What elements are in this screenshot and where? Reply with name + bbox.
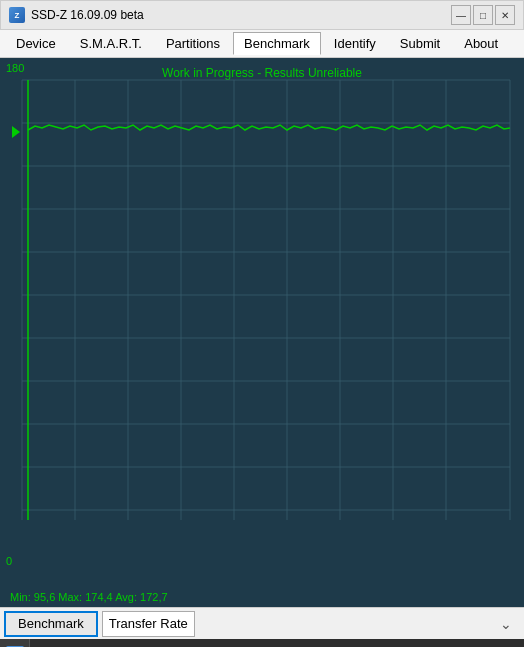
menu-bar: Device S.M.A.R.T. Partitions Benchmark I…: [0, 30, 524, 58]
maximize-button[interactable]: □: [473, 5, 493, 25]
menu-identify[interactable]: Identify: [323, 32, 387, 55]
y-axis-bottom-label: 0: [6, 555, 12, 567]
chart-area: Work in Progress - Results Unreliable 18…: [0, 58, 524, 587]
svg-marker-21: [12, 126, 20, 138]
menu-smart[interactable]: S.M.A.R.T.: [69, 32, 153, 55]
menu-about[interactable]: About: [453, 32, 509, 55]
benchmark-button[interactable]: Benchmark: [4, 611, 98, 637]
title-bar: Z SSD-Z 16.09.09 beta — □ ✕: [0, 0, 524, 30]
type-select-wrapper: Transfer Rate: [102, 611, 520, 637]
status-icon-area: [0, 639, 30, 647]
menu-submit[interactable]: Submit: [389, 32, 451, 55]
menu-device[interactable]: Device: [5, 32, 67, 55]
stats-text: Min: 95,6 Max: 174,4 Avg: 172,7: [10, 591, 168, 603]
bottom-controls: Benchmark Transfer Rate: [0, 607, 524, 639]
stats-bar: Min: 95,6 Max: 174,4 Avg: 172,7: [0, 587, 524, 607]
title-bar-left: Z SSD-Z 16.09.09 beta: [9, 7, 144, 23]
window-title: SSD-Z 16.09.09 beta: [31, 8, 144, 22]
window-controls: — □ ✕: [451, 5, 515, 25]
close-button[interactable]: ✕: [495, 5, 515, 25]
menu-partitions[interactable]: Partitions: [155, 32, 231, 55]
app-icon: Z: [9, 7, 25, 23]
benchmark-chart: [0, 58, 524, 587]
chart-container: Work in Progress - Results Unreliable 18…: [0, 58, 524, 587]
minimize-button[interactable]: —: [451, 5, 471, 25]
type-select[interactable]: Transfer Rate: [102, 611, 195, 637]
menu-benchmark[interactable]: Benchmark: [233, 32, 321, 55]
status-bar: Kingston DataTraveler 3.0 www.ssd-tester…: [0, 639, 524, 647]
